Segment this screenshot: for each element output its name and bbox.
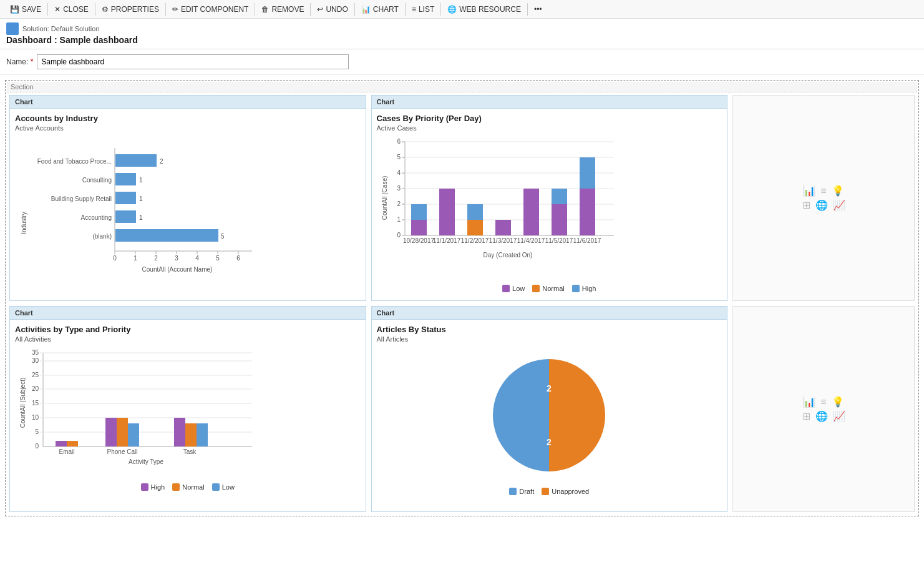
svg-text:1: 1	[397, 216, 401, 223]
legend3-high: High	[141, 483, 165, 491]
lightbulb-icon-2[interactable]: 💡	[832, 396, 844, 408]
chart-line-icon-2[interactable]: 📈	[833, 410, 845, 422]
svg-text:CountAll (Subject): CountAll (Subject)	[19, 378, 26, 428]
legend3-color-normal	[172, 483, 180, 491]
chart3-legend: High Normal Low	[15, 483, 361, 491]
legend-high: High	[572, 285, 596, 292]
svg-rect-95	[105, 418, 117, 446]
svg-rect-94	[67, 441, 78, 446]
svg-rect-64	[552, 189, 567, 204]
svg-rect-65	[580, 189, 595, 235]
svg-text:Industry: Industry	[21, 212, 27, 234]
svg-text:11/1/2017: 11/1/2017	[432, 237, 460, 244]
chart-icon: 📊	[361, 5, 371, 14]
svg-rect-57	[411, 204, 427, 220]
empty-panel-icons-2: 📊 ≡ 💡 ⊞ 🌐 📈	[802, 396, 845, 422]
svg-text:2: 2	[547, 383, 552, 393]
legend4-draft: Draft	[509, 488, 534, 495]
svg-text:Activity Type: Activity Type	[129, 458, 163, 465]
more-button[interactable]: •••	[529, 3, 547, 16]
bar-chart-icon[interactable]: 📊	[803, 185, 815, 197]
svg-text:10/28/2017: 10/28/2017	[402, 237, 434, 244]
svg-rect-22	[115, 173, 136, 185]
svg-text:5: 5	[35, 428, 39, 435]
ellipsis-icon: •••	[534, 5, 542, 14]
svg-text:25: 25	[32, 372, 39, 378]
svg-text:1: 1	[139, 177, 143, 184]
chart-button[interactable]: 📊 CHART	[356, 3, 404, 16]
chart-panel-4: Chart Articles By Status All Articles 2 …	[371, 306, 728, 512]
articles-status-chart: 2 2	[487, 353, 611, 478]
toolbar-separator	[310, 3, 311, 16]
svg-text:3: 3	[397, 185, 401, 192]
toolbar-separator	[47, 3, 48, 16]
edit-icon: ✏	[172, 5, 178, 14]
required-indicator: *	[31, 57, 34, 66]
chart-subtitle-2: Active Cases	[377, 124, 722, 132]
svg-text:11/4/2017: 11/4/2017	[517, 237, 545, 244]
svg-rect-100	[197, 423, 208, 446]
empty-panel-icons-1: 📊 ≡ 💡 ⊞ 🌐 📈	[802, 185, 845, 211]
svg-text:20: 20	[32, 385, 39, 392]
svg-rect-99	[185, 423, 197, 446]
empty-icons-row1: 📊 ≡ 💡	[803, 185, 844, 197]
toolbar-separator	[354, 3, 355, 16]
list-icon-2[interactable]: ≡	[820, 397, 826, 408]
chart-title-4: Articles By Status	[377, 325, 722, 334]
bar-chart-icon-2[interactable]: 📊	[803, 396, 815, 408]
gear-icon: ⚙	[102, 5, 109, 14]
toolbar-separator	[405, 3, 406, 16]
svg-rect-93	[56, 441, 67, 446]
dashboard-name-input[interactable]	[37, 54, 349, 69]
svg-text:2: 2	[547, 437, 552, 447]
svg-text:1: 1	[139, 195, 143, 202]
web-resource-button[interactable]: 🌐 WEB RESOURCE	[442, 3, 526, 16]
svg-text:11/2/2017: 11/2/2017	[460, 237, 489, 244]
chart-subtitle-4: All Articles	[377, 335, 722, 343]
list-button[interactable]: ≡ LIST	[407, 3, 439, 16]
close-button[interactable]: ✕ CLOSE	[49, 3, 94, 16]
chart-line-icon[interactable]: 📈	[833, 199, 845, 211]
toolbar-separator	[95, 3, 95, 16]
web-icon-2[interactable]: 🌐	[815, 410, 828, 422]
list-icon[interactable]: ≡	[820, 185, 826, 197]
legend3-normal: Normal	[172, 483, 204, 491]
toolbar-separator	[255, 3, 255, 16]
remove-button[interactable]: 🗑 REMOVE	[256, 3, 309, 16]
svg-text:2: 2	[397, 200, 401, 207]
svg-rect-60	[467, 204, 483, 220]
chart-title-3: Activities by Type and Priority	[15, 325, 361, 334]
solution-breadcrumb: Solution: Default Solution	[6, 22, 918, 35]
svg-text:15: 15	[32, 400, 39, 407]
web-icon[interactable]: 🌐	[815, 199, 828, 211]
dashboard-container: Section Chart Accounts by Industry Activ…	[5, 80, 919, 516]
svg-text:CountAll (Case): CountAll (Case)	[381, 176, 388, 220]
legend3-color-high	[141, 483, 148, 491]
svg-text:Email: Email	[59, 448, 74, 455]
svg-text:Accounting: Accounting	[81, 214, 112, 221]
chart-body-3: Activities by Type and Priority All Acti…	[10, 320, 366, 511]
grid-icon-2[interactable]: ⊞	[802, 410, 810, 422]
svg-text:10: 10	[32, 414, 39, 421]
svg-text:Consulting: Consulting	[82, 177, 112, 184]
svg-text:Phone Call: Phone Call	[107, 448, 138, 455]
svg-rect-96	[117, 418, 128, 446]
svg-rect-97	[128, 423, 139, 446]
svg-text:5: 5	[216, 255, 220, 262]
svg-rect-66	[580, 157, 595, 189]
grid-icon[interactable]: ⊞	[802, 199, 810, 211]
toolbar-separator	[527, 3, 528, 16]
edit-component-button[interactable]: ✏ EDIT COMPONENT	[167, 3, 253, 16]
save-button[interactable]: 💾 SAVE	[5, 3, 46, 16]
svg-text:5: 5	[221, 233, 225, 240]
properties-button[interactable]: ⚙ PROPERTIES	[97, 3, 164, 16]
svg-text:5: 5	[397, 154, 401, 160]
svg-text:4: 4	[397, 169, 401, 176]
svg-text:4: 4	[195, 255, 199, 262]
chart-panel-2: Chart Cases By Priority (Per Day) Active…	[371, 95, 728, 301]
empty-panel-2: 📊 ≡ 💡 ⊞ 🌐 📈	[732, 306, 915, 512]
legend4-unapproved: Unapproved	[542, 488, 589, 495]
lightbulb-icon[interactable]: 💡	[832, 185, 844, 197]
undo-button[interactable]: ↩ UNDO	[312, 3, 353, 16]
svg-text:Food and Tobacco Proce...: Food and Tobacco Proce...	[37, 158, 112, 165]
